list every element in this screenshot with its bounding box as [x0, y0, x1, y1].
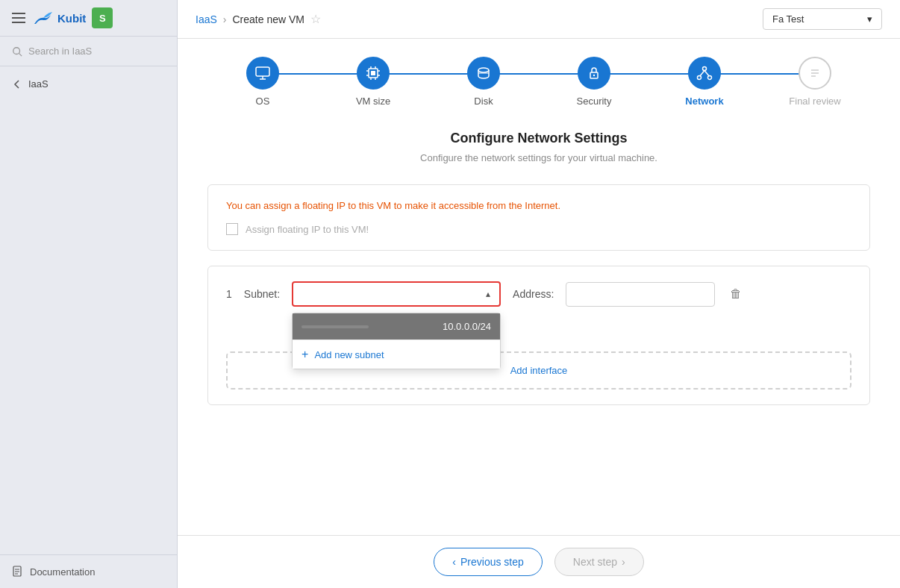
subnet-label: Subnet: [244, 288, 280, 300]
subnet-row: 1 Subnet: ▴ 10.0.0.0/24 + [226, 281, 851, 307]
network-icon [696, 65, 713, 81]
document-icon [12, 566, 24, 578]
chevron-right-icon: › [622, 556, 625, 568]
subnet-container: 1 Subnet: ▴ 10.0.0.0/24 + [207, 266, 870, 405]
step-disk[interactable]: Disk [428, 57, 539, 107]
service-logo: S [92, 7, 113, 28]
subnet-num: 1 [226, 288, 232, 300]
step-security[interactable]: Security [539, 57, 649, 107]
chevron-down-icon: ▾ [867, 13, 872, 25]
breadcrumb: IaaS › Create new VM ☆ [196, 12, 321, 26]
monitor-icon [254, 65, 271, 81]
prev-step-label: Previous step [460, 556, 524, 568]
menu-icon[interactable] [12, 13, 25, 23]
content-area: OS [178, 39, 900, 535]
main-area: IaaS › Create new VM ☆ Fa Test ▾ [178, 0, 900, 588]
step-os-label: OS [256, 96, 270, 107]
sidebar-nav-label: IaaS [28, 78, 49, 90]
svg-point-25 [708, 76, 712, 80]
step-vmsize-circle [357, 57, 390, 90]
disk-icon [475, 65, 492, 81]
breadcrumb-current: Create new VM [232, 13, 304, 25]
svg-rect-10 [371, 71, 375, 75]
section-title: Configure Network Settings [207, 131, 870, 146]
add-interface-link[interactable]: Add interface [510, 365, 568, 376]
sidebar-nav: IaaS [0, 66, 177, 101]
kubit-bird-icon [33, 10, 54, 25]
subnet-option-1-cidr: 10.0.0.0/24 [443, 321, 491, 332]
svg-point-0 [13, 47, 20, 54]
svg-line-1 [19, 53, 22, 56]
address-input[interactable] [566, 282, 715, 307]
address-label: Address: [513, 288, 554, 300]
prev-step-button[interactable]: ‹ Previous step [434, 548, 543, 576]
next-step-button[interactable]: Next step › [554, 548, 644, 576]
sidebar-top: Kubit S [0, 0, 177, 37]
documentation-link[interactable]: Documentation [12, 566, 165, 578]
chip-icon [365, 65, 381, 81]
next-step-label: Next step [573, 556, 617, 568]
kubit-label: Kubit [57, 12, 86, 25]
workspace-label: Fa Test [772, 13, 804, 25]
workspace-selector[interactable]: Fa Test ▾ [763, 8, 882, 30]
kubit-logo: Kubit [33, 10, 86, 25]
favorite-icon[interactable]: ☆ [310, 12, 321, 26]
floating-ip-checkbox-label: Assign floating IP to this VM! [246, 224, 369, 235]
floating-ip-box: You can assign a floating IP to this VM … [207, 184, 870, 251]
sidebar-bottom: Documentation [0, 554, 177, 588]
subnet-select-wrapper: ▴ 10.0.0.0/24 + Add new subnet [292, 281, 501, 307]
step-final-review-circle [799, 57, 831, 90]
floating-ip-checkbox[interactable] [226, 223, 238, 235]
svg-rect-6 [256, 67, 269, 76]
floating-ip-info: You can assign a floating IP to this VM … [226, 200, 851, 211]
svg-point-23 [703, 67, 707, 71]
footer: ‹ Previous step Next step › [178, 535, 900, 588]
breadcrumb-root[interactable]: IaaS [196, 13, 217, 25]
arrow-left-icon [12, 79, 22, 90]
sidebar-search[interactable]: Search in IaaS [0, 37, 177, 66]
list-icon [807, 65, 823, 81]
search-placeholder: Search in IaaS [28, 46, 92, 57]
svg-line-27 [704, 71, 709, 76]
svg-point-19 [478, 68, 489, 72]
step-security-circle [578, 57, 610, 90]
sidebar-item-iaas[interactable]: IaaS [12, 75, 165, 93]
step-os[interactable]: OS [207, 57, 318, 107]
step-network[interactable]: Network [649, 57, 760, 107]
step-disk-circle [467, 57, 500, 90]
wizard-steps: OS [207, 57, 870, 107]
subnet-dropdown: 10.0.0.0/24 + Add new subnet [292, 313, 501, 369]
add-new-subnet-btn[interactable]: + Add new subnet [293, 340, 500, 369]
svg-point-22 [593, 75, 595, 76]
step-vmsize-label: VM size [356, 96, 390, 107]
chevron-left-icon: ‹ [452, 556, 456, 568]
step-disk-label: Disk [474, 96, 493, 107]
step-network-circle [688, 57, 721, 90]
step-final-review-label: Final review [789, 96, 840, 107]
subnet-select[interactable]: ▴ [292, 281, 501, 307]
section-subtitle: Configure the network settings for your … [207, 152, 870, 163]
delete-interface-icon[interactable]: 🗑 [730, 287, 742, 301]
step-network-label: Network [685, 96, 723, 107]
subnet-option-1[interactable]: 10.0.0.0/24 [293, 313, 500, 340]
floating-ip-checkbox-row: Assign floating IP to this VM! [226, 223, 851, 235]
step-vmsize[interactable]: VM size [318, 57, 428, 107]
step-security-label: Security [577, 96, 612, 107]
topbar: IaaS › Create new VM ☆ Fa Test ▾ [178, 0, 900, 39]
subnet-option-1-name [301, 325, 369, 328]
svg-line-26 [700, 71, 704, 76]
sidebar: Kubit S Search in IaaS IaaS [0, 0, 178, 588]
search-icon [12, 46, 22, 57]
add-new-subnet-label: Add new subnet [314, 349, 384, 360]
documentation-label: Documentation [30, 566, 95, 578]
breadcrumb-sep: › [223, 13, 227, 25]
chevron-up-icon: ▴ [486, 289, 490, 299]
topbar-right: Fa Test ▾ [763, 8, 882, 30]
plus-icon: + [301, 348, 308, 361]
logo-area: Kubit S [33, 7, 113, 28]
step-os-circle [246, 57, 279, 90]
lock-icon [586, 65, 602, 81]
svg-point-24 [698, 76, 701, 80]
step-final-review[interactable]: Final review [760, 57, 870, 107]
